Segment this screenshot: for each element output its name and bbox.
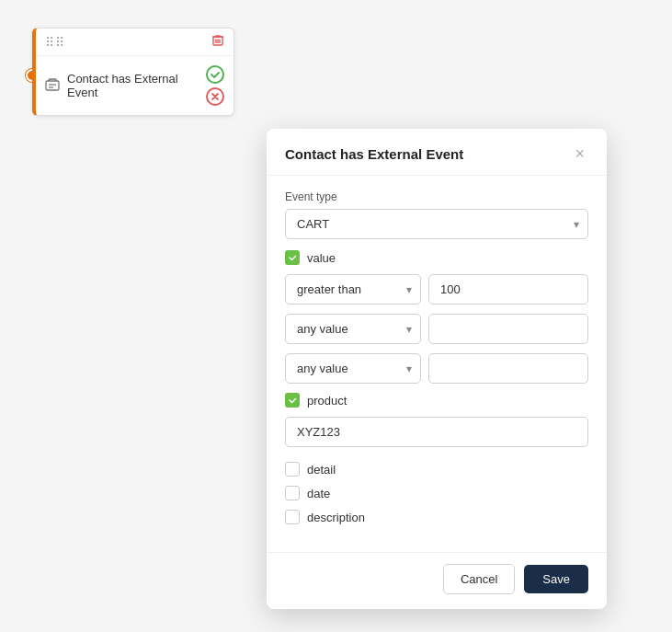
modal-dialog: Contact has External Event × Event type …	[267, 129, 607, 609]
date-checkbox[interactable]	[285, 486, 300, 500]
condition-row-1: greater than less than equal to any valu…	[285, 274, 588, 305]
condition1-wrapper: greater than less than equal to any valu…	[285, 274, 421, 305]
save-button[interactable]: Save	[524, 565, 588, 593]
condition-row-3: any value greater than less than equal t…	[285, 353, 588, 384]
value-checkbox-row: value	[285, 250, 588, 265]
modal-header: Contact has External Event ×	[267, 129, 607, 176]
condition1-select[interactable]: greater than less than equal to any valu…	[285, 274, 421, 305]
product-label: product	[307, 394, 347, 408]
event-type-label: Event type	[285, 190, 588, 203]
date-label: date	[307, 487, 330, 500]
condition3-wrapper: any value greater than less than equal t…	[285, 353, 421, 384]
close-icon[interactable]: ×	[571, 144, 588, 164]
product-checkbox-row: product	[285, 393, 588, 408]
detail-checkbox[interactable]	[285, 462, 300, 477]
modal-title: Contact has External Event	[285, 146, 463, 162]
product-checkbox[interactable]	[285, 393, 300, 408]
modal-body: Event type CART PURCHASE VIEW ▾ value	[267, 176, 607, 552]
condition2-select[interactable]: any value greater than less than equal t…	[285, 314, 421, 344]
date-checkbox-row: date	[285, 486, 588, 500]
modal-overlay: Contact has External Event × Event type …	[0, 0, 672, 632]
description-checkbox-row: description	[285, 510, 588, 524]
condition3-input[interactable]	[428, 353, 588, 384]
condition3-select[interactable]: any value greater than less than equal t…	[285, 353, 421, 384]
value-label: value	[307, 251, 336, 265]
detail-checkbox-row: detail	[285, 462, 588, 477]
condition2-wrapper: any value greater than less than equal t…	[285, 314, 421, 344]
condition2-input[interactable]	[428, 314, 588, 344]
detail-label: detail	[307, 463, 336, 477]
description-checkbox[interactable]	[285, 510, 300, 524]
description-label: description	[307, 511, 365, 524]
event-type-select[interactable]: CART PURCHASE VIEW	[285, 209, 588, 239]
condition1-input[interactable]	[428, 274, 588, 305]
event-type-wrapper: CART PURCHASE VIEW ▾	[285, 209, 588, 239]
product-input[interactable]	[285, 417, 588, 447]
cancel-button[interactable]: Cancel	[443, 564, 515, 594]
condition-row-2: any value greater than less than equal t…	[285, 314, 588, 344]
modal-footer: Cancel Save	[267, 552, 607, 609]
value-checkbox[interactable]	[285, 250, 300, 265]
